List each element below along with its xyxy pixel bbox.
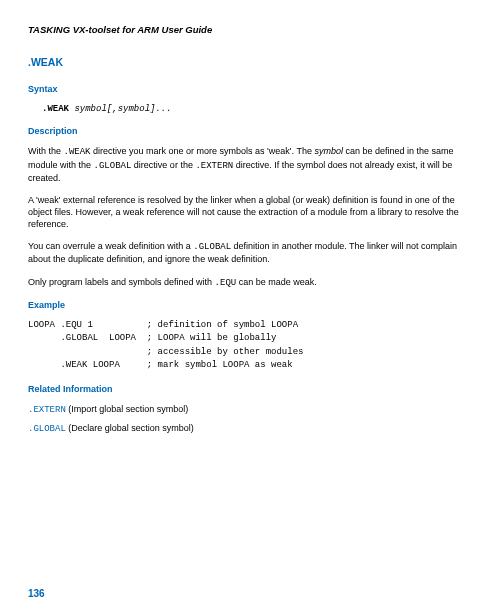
text: Only program labels and symbols defined …	[28, 277, 215, 287]
description-p1: With the .WEAK directive you mark one or…	[28, 145, 472, 183]
directive-extern: .EXTERN	[195, 161, 233, 171]
directive-equ: .EQU	[215, 278, 237, 288]
directive-weak: .WEAK	[64, 147, 91, 157]
related-item-global: .GLOBAL (Declare global section symbol)	[28, 422, 472, 435]
directive-global: .GLOBAL	[193, 242, 231, 252]
related-item-extern: .EXTERN (Import global section symbol)	[28, 403, 472, 416]
symbol-text: symbol	[314, 146, 343, 156]
syntax-keyword: .WEAK	[42, 104, 69, 114]
description-p4: Only program labels and symbols defined …	[28, 276, 472, 289]
example-code: LOOPA .EQU 1 ; definition of symbol LOOP…	[28, 319, 472, 373]
syntax-line: .WEAK symbol[,symbol]...	[42, 103, 472, 115]
directive-global: .GLOBAL	[94, 161, 132, 171]
section-title: .WEAK	[28, 55, 472, 69]
ref-keyword-global: .GLOBAL	[28, 424, 66, 434]
text: You can overrule a weak definition with …	[28, 241, 193, 251]
ref-text: (Declare global section symbol)	[66, 423, 194, 433]
syntax-heading: Syntax	[28, 83, 472, 95]
ref-text: (Import global section symbol)	[66, 404, 189, 414]
text: directive you mark one or more symbols a…	[91, 146, 315, 156]
text: With the	[28, 146, 64, 156]
text: directive or the	[131, 160, 195, 170]
doc-header: TASKING VX-toolset for ARM User Guide	[28, 24, 472, 37]
page-number: 136	[28, 587, 45, 601]
example-heading: Example	[28, 299, 472, 311]
syntax-args: symbol[,symbol]...	[74, 104, 171, 114]
text: can be made weak.	[236, 277, 317, 287]
related-heading: Related Information	[28, 383, 472, 395]
description-heading: Description	[28, 125, 472, 137]
ref-keyword-extern: .EXTERN	[28, 405, 66, 415]
description-p3: You can overrule a weak definition with …	[28, 240, 472, 265]
description-p2: A 'weak' external reference is resolved …	[28, 194, 472, 230]
